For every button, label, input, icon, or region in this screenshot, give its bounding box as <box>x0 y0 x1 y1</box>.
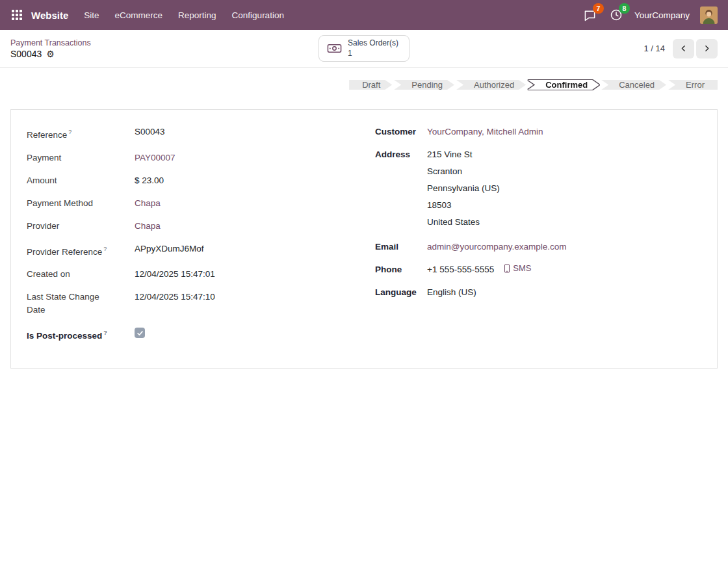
is-post-processed-checkbox[interactable] <box>135 328 145 338</box>
company-switcher[interactable]: YourCompany <box>634 10 690 20</box>
address-line: 215 Vine St <box>427 148 500 161</box>
language-value: English (US) <box>427 286 476 299</box>
field-row-payment: Payment PAY00007 <box>27 151 364 164</box>
field-row-language: Language English (US) <box>375 286 701 299</box>
field-row-customer: Customer YourCompany, Mitchell Admin <box>375 125 701 138</box>
pager-previous-button[interactable] <box>673 39 694 58</box>
payment-method-link[interactable]: Chapa <box>135 197 161 210</box>
chevron-right-icon <box>703 44 711 53</box>
chevron-left-icon <box>679 44 688 53</box>
activities-button[interactable]: 8 <box>608 7 624 23</box>
apps-menu-button[interactable] <box>5 3 29 27</box>
field-label: Payment Method <box>27 197 135 210</box>
phone-value: +1 555-555-5555 <box>427 263 494 276</box>
email-link[interactable]: admin@yourcompany.example.com <box>427 240 567 254</box>
mobile-phone-icon <box>504 264 510 273</box>
field-label: Customer <box>375 125 427 138</box>
apps-grid-icon <box>12 10 22 20</box>
address-line: 18503 <box>427 197 500 214</box>
field-row-last-state-change: Last State Change Date 12/04/2025 15:47:… <box>27 291 364 317</box>
created-on-value: 12/04/2025 15:47:01 <box>135 268 215 281</box>
amount-value: $ 23.00 <box>135 174 164 187</box>
help-marker: ? <box>103 246 107 252</box>
status-step-canceled[interactable]: Canceled <box>601 80 666 90</box>
customer-link[interactable]: YourCompany, Mitchell Admin <box>427 125 543 138</box>
form-view: Reference? S00043 Payment PAY00007 Amoun… <box>0 97 728 369</box>
activities-count-badge: 8 <box>619 3 630 14</box>
field-label: Is Post-processed? <box>27 326 135 343</box>
field-row-payment-method: Payment Method Chapa <box>27 197 364 210</box>
address-value: 215 Vine St Scranton Pennsylvania (US) 1… <box>427 148 500 231</box>
field-row-address: Address 215 Vine St Scranton Pennsylvani… <box>375 148 701 231</box>
field-label: Provider <box>27 220 135 233</box>
user-avatar[interactable] <box>700 6 718 24</box>
field-label: Email <box>375 240 427 254</box>
top-navbar: Website Site eCommerce Reporting Configu… <box>0 0 728 30</box>
field-group-left: Reference? S00043 Payment PAY00007 Amoun… <box>27 125 364 352</box>
last-state-change-value: 12/04/2025 15:47:10 <box>135 291 215 304</box>
field-label: Amount <box>27 174 135 187</box>
control-panel: Payment Transactions S00043 ⚙ Sales Orde… <box>0 30 728 68</box>
breadcrumb: S00043 ⚙ <box>10 49 318 59</box>
menu-item-ecommerce[interactable]: eCommerce <box>107 6 171 25</box>
field-group-right: Customer YourCompany, Mitchell Admin Add… <box>364 125 701 352</box>
action-gear-button[interactable]: ⚙ <box>46 49 55 58</box>
provider-link[interactable]: Chapa <box>135 220 161 233</box>
address-line: United States <box>427 214 500 231</box>
messages-count-badge: 7 <box>593 3 604 14</box>
help-marker: ? <box>103 330 107 336</box>
address-line: Pennsylvania (US) <box>427 180 500 197</box>
field-row-provider-reference: Provider Reference? APpyXDumJ6Mof <box>27 242 364 259</box>
money-bill-icon <box>327 41 342 56</box>
field-label: Last State Change Date <box>27 291 135 317</box>
menu-item-reporting[interactable]: Reporting <box>170 6 224 25</box>
field-row-email: Email admin@yourcompany.example.com <box>375 240 701 254</box>
reference-value: S00043 <box>135 125 165 138</box>
help-marker: ? <box>68 129 72 135</box>
payment-link[interactable]: PAY00007 <box>135 151 176 164</box>
pager-next-button[interactable] <box>696 39 718 58</box>
form-sheet: Reference? S00043 Payment PAY00007 Amoun… <box>10 109 718 369</box>
status-step-error[interactable]: Error <box>668 80 718 90</box>
app-brand[interactable]: Website <box>31 10 68 21</box>
field-label: Payment <box>27 151 135 164</box>
sms-button-label: SMS <box>513 263 531 273</box>
status-step-pending[interactable]: Pending <box>394 80 454 90</box>
send-sms-button[interactable]: SMS <box>504 263 531 273</box>
field-label: Created on <box>27 268 135 281</box>
statusbar-band: Draft Pending Authorized Confirmed Cance… <box>0 68 728 97</box>
field-row-phone: Phone +1 555-555-5555 SMS <box>375 263 701 276</box>
address-line: Scranton <box>427 163 500 180</box>
field-row-created-on: Created on 12/04/2025 15:47:01 <box>27 268 364 281</box>
breadcrumb-parent-link[interactable]: Payment Transactions <box>10 38 318 48</box>
pager-position: 1 / 14 <box>644 44 665 53</box>
field-row-amount: Amount $ 23.00 <box>27 174 364 187</box>
menu-item-configuration[interactable]: Configuration <box>224 6 292 25</box>
field-label: Reference? <box>27 125 135 142</box>
status-step-confirmed[interactable]: Confirmed <box>528 80 599 90</box>
field-label: Provider Reference? <box>27 242 135 259</box>
provider-reference-value: APpyXDumJ6Mof <box>135 242 204 255</box>
field-row-is-post-processed: Is Post-processed? <box>27 326 364 343</box>
check-icon <box>136 330 144 337</box>
field-label: Language <box>375 286 427 299</box>
menu-item-site[interactable]: Site <box>76 6 107 25</box>
status-step-authorized[interactable]: Authorized <box>456 80 526 90</box>
field-row-provider: Provider Chapa <box>27 220 364 233</box>
sales-orders-smart-button[interactable]: Sales Order(s) 1 <box>318 35 410 62</box>
avatar-image <box>700 6 718 24</box>
field-label: Phone <box>375 263 427 276</box>
field-row-reference: Reference? S00043 <box>27 125 364 142</box>
smart-button-label: Sales Order(s) <box>348 38 398 49</box>
empty-area <box>0 369 728 572</box>
field-label: Address <box>375 148 427 161</box>
smart-button-count: 1 <box>348 49 352 59</box>
messages-button[interactable]: 7 <box>582 7 598 23</box>
status-step-draft[interactable]: Draft <box>349 80 392 90</box>
statusbar: Draft Pending Authorized Confirmed Cance… <box>349 73 718 97</box>
breadcrumb-current: S00043 <box>10 49 42 59</box>
pager: 1 / 14 <box>644 39 718 58</box>
